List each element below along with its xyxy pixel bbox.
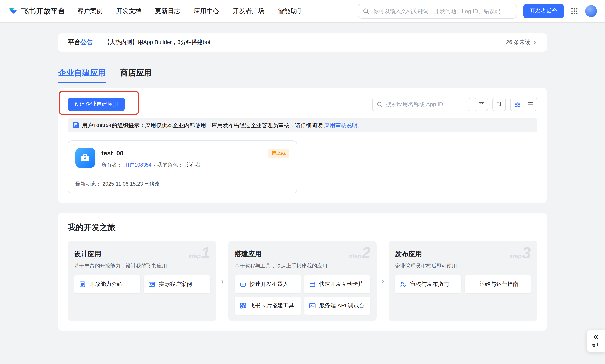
- announcement-unread[interactable]: 26 条未读: [506, 39, 537, 46]
- global-search[interactable]: [358, 4, 517, 19]
- app-icon: [75, 148, 95, 168]
- app-search-input[interactable]: [385, 101, 466, 108]
- main-content: 平台公告 【火热内测】用App Builder，3分钟搭建bot 26 条未读 …: [58, 33, 547, 331]
- journey-item-label: 审核与发布指南: [410, 281, 449, 288]
- expand-label: 展开: [591, 342, 601, 349]
- journey-arrow-icon: ›: [216, 241, 228, 321]
- apps-grid-icon[interactable]: [570, 7, 579, 15]
- journey-arrow-icon: ›: [377, 241, 389, 321]
- sort-icon: [496, 101, 502, 107]
- sort-button[interactable]: [492, 98, 506, 111]
- activity-value: 2025-11-06 15:23 已修改: [103, 181, 160, 187]
- announcement-label-prefix: 平台: [68, 39, 80, 45]
- step-card-build: step2 搭建应用 基于教程与工具，快速上手搭建我的应用 快速开发机器人: [228, 241, 377, 321]
- filter-icon: [478, 101, 485, 107]
- announcement-bar[interactable]: 平台公告 【火热内测】用App Builder，3分钟搭建bot 26 条未读: [58, 33, 547, 52]
- journey-item-label: 飞书卡片搭建工具: [250, 302, 294, 309]
- org-notice-bold: 用户108354的组织提示：: [82, 122, 145, 129]
- logo-text: 飞书开放平台: [21, 6, 65, 16]
- annotation-red-box: 创建企业自建应用: [59, 91, 139, 115]
- status-badge: 待上线: [268, 149, 289, 158]
- audit-icon: [400, 281, 407, 288]
- journey-item-label: 实际客户案例: [159, 281, 192, 288]
- role-label: 我的角色：: [157, 161, 183, 169]
- journey-title: 我的开发之旅: [68, 222, 537, 233]
- step-card-publish: step3 发布应用 企业管理员审核后即可使用 审核与发布指南: [389, 241, 537, 321]
- app-search[interactable]: [372, 98, 470, 111]
- search-icon: [377, 101, 383, 107]
- owner-link[interactable]: 用户108354: [124, 161, 152, 169]
- primary-nav: 客户案例 开发文档 更新日志 应用中心 开发者广场 智能助手: [77, 7, 303, 15]
- logo[interactable]: 飞书开放平台: [8, 6, 65, 16]
- app-activity: 最新动态： 2025-11-06 15:23 已修改: [75, 181, 289, 188]
- org-notice-body: 应用仅供本企业内部使用，应用发布需经过企业管理员审核，请仔细阅读: [145, 122, 324, 129]
- search-icon: [363, 8, 369, 14]
- list-view-button[interactable]: [524, 98, 537, 111]
- review-guide-link[interactable]: 应用审核说明: [324, 122, 357, 129]
- journey-item-label: 开放能力介绍: [89, 281, 123, 288]
- apps-toolbar: 创建企业自建应用: [68, 98, 537, 111]
- card-icon: [309, 281, 316, 288]
- step-card-design: step1 设计应用 基于丰富的开放能力，设计我的飞书应用 开放能力介绍: [68, 241, 216, 321]
- page: 飞书开放平台 客户案例 开发文档 更新日志 应用中心 开发者广场 智能助手 开发…: [0, 0, 605, 364]
- journey-item-interactive-card[interactable]: 快速开发互动卡片: [304, 275, 371, 293]
- nav-item-customer-cases[interactable]: 客户案例: [77, 7, 103, 15]
- journey-item-api-debugger[interactable]: 服务端 API 调试台: [304, 297, 371, 315]
- org-notice: 用 用户108354的组织提示：应用仅供本企业内部使用，应用发布需经过企业管理员…: [68, 118, 537, 132]
- step2-items: 快速开发机器人 快速开发互动卡片: [234, 275, 370, 315]
- blocks-icon: [239, 302, 246, 309]
- top-navbar: 飞书开放平台 客户案例 开发文档 更新日志 应用中心 开发者广场 智能助手 开发…: [0, 0, 605, 22]
- create-app-button[interactable]: 创建企业自建应用: [68, 98, 125, 111]
- doc-icon: [79, 281, 86, 288]
- app-type-tabs: 企业自建应用 商店应用: [58, 67, 547, 83]
- announcement-text: 【火热内测】用App Builder，3分钟搭建bot: [104, 39, 210, 46]
- org-badge-icon: 用: [73, 122, 79, 129]
- feishu-logo-icon: [8, 6, 18, 16]
- journey-item-review-publish-guide[interactable]: 审核与发布指南: [395, 275, 462, 293]
- id-card-icon: [148, 281, 156, 288]
- announcement-label-highlight: 公告: [80, 39, 93, 45]
- journey-item-customer-cases[interactable]: 实际客户案例: [144, 275, 210, 293]
- filter-button[interactable]: [475, 98, 488, 111]
- tab-self-built-apps[interactable]: 企业自建应用: [58, 67, 106, 83]
- journey-item-card-builder[interactable]: 飞书卡片搭建工具: [234, 297, 301, 315]
- nav-item-ai-assistant[interactable]: 智能助手: [278, 7, 303, 15]
- app-title-row: test_00 待上线: [102, 149, 289, 158]
- step1-watermark: step1: [189, 245, 210, 260]
- unread-count: 26 条未读: [506, 39, 530, 46]
- apps-toolbar-right: [372, 98, 537, 111]
- journey-section: 我的开发之旅 step1 设计应用 基于丰富的开放能力，设计我的飞书应用: [58, 212, 547, 331]
- step2-subtitle: 基于教程与工具，快速上手搭建我的应用: [234, 262, 370, 270]
- nav-item-changelog[interactable]: 更新日志: [155, 7, 180, 15]
- avatar[interactable]: [585, 5, 597, 17]
- expand-sidebar-button[interactable]: 展开: [587, 330, 605, 352]
- journey-item-quick-bot[interactable]: 快速开发机器人: [234, 275, 301, 293]
- double-chevron-left-icon: [592, 334, 599, 341]
- app-info: test_00 待上线 所有者： 用户108354 · 我的角色： 所有者: [102, 148, 289, 169]
- step2-watermark: step2: [349, 245, 371, 260]
- briefcase-icon: [79, 152, 91, 164]
- journey-row: step1 设计应用 基于丰富的开放能力，设计我的飞书应用 开放能力介绍: [68, 241, 537, 321]
- org-notice-suffix: 。: [357, 122, 363, 129]
- app-card-divider: [75, 175, 289, 175]
- app-card[interactable]: test_00 待上线 所有者： 用户108354 · 我的角色： 所有者: [68, 140, 297, 194]
- grid-view-button[interactable]: [511, 98, 524, 111]
- navbar-right: 开发者后台: [358, 4, 597, 19]
- global-search-input[interactable]: [372, 8, 512, 15]
- tab-store-apps[interactable]: 商店应用: [120, 67, 152, 83]
- developer-console-button[interactable]: 开发者后台: [523, 4, 564, 18]
- step3-watermark: step3: [509, 245, 531, 260]
- nav-item-docs[interactable]: 开发文档: [116, 7, 142, 15]
- robot-icon: [239, 281, 246, 288]
- nav-item-developer-plaza[interactable]: 开发者广场: [233, 7, 264, 15]
- step1-items: 开放能力介绍 实际客户案例: [74, 275, 210, 293]
- app-name: test_00: [102, 150, 123, 157]
- app-card-head: test_00 待上线 所有者： 用户108354 · 我的角色： 所有者: [75, 148, 289, 169]
- role-value: 所有者: [185, 161, 200, 169]
- journey-item-open-capabilities[interactable]: 开放能力介绍: [74, 275, 141, 293]
- journey-item-operations-guide[interactable]: 运维与运营指南: [464, 275, 531, 293]
- nav-item-app-center[interactable]: 应用中心: [194, 7, 219, 15]
- journey-item-label: 运维与运营指南: [479, 281, 518, 288]
- journey-item-label: 快速开发机器人: [250, 281, 288, 288]
- step3-subtitle: 企业管理员审核后即可使用: [395, 262, 531, 270]
